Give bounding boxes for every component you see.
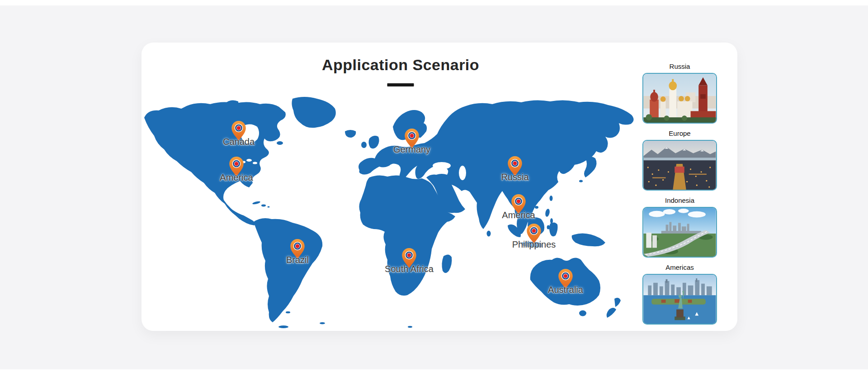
scenario-gallery: Russia: [642, 62, 717, 330]
gallery-item-label: Russia: [642, 62, 717, 70]
dusk-city-scene: [643, 141, 716, 190]
liberty-harbor-scene: [643, 275, 716, 324]
gallery-item-label: Indonesia: [642, 196, 717, 204]
world-map: Canada America Germany Russia America Ph…: [143, 97, 638, 330]
gallery-image-europe[interactable]: [642, 140, 717, 191]
gallery-item-europe: Europe: [642, 129, 717, 191]
page: Application Scenario: [0, 0, 868, 373]
kremlin-scene: [643, 74, 716, 123]
world-map-graphic: [143, 97, 638, 330]
gallery-item-label: Americas: [642, 263, 717, 271]
gallery-image-russia[interactable]: [642, 73, 717, 124]
gallery-image-indonesia[interactable]: [642, 207, 717, 258]
gallery-item-americas: Americas: [642, 263, 717, 325]
application-scenario-card: Application Scenario: [142, 43, 737, 331]
gallery-item-indonesia: Indonesia: [642, 196, 717, 258]
title-underline: [387, 83, 414, 86]
gallery-item-label: Europe: [642, 129, 717, 137]
skyline-highway-scene: [643, 208, 716, 257]
gallery-item-russia: Russia: [642, 62, 717, 124]
gallery-image-americas[interactable]: [642, 274, 717, 325]
page-title: Application Scenario: [322, 56, 479, 74]
